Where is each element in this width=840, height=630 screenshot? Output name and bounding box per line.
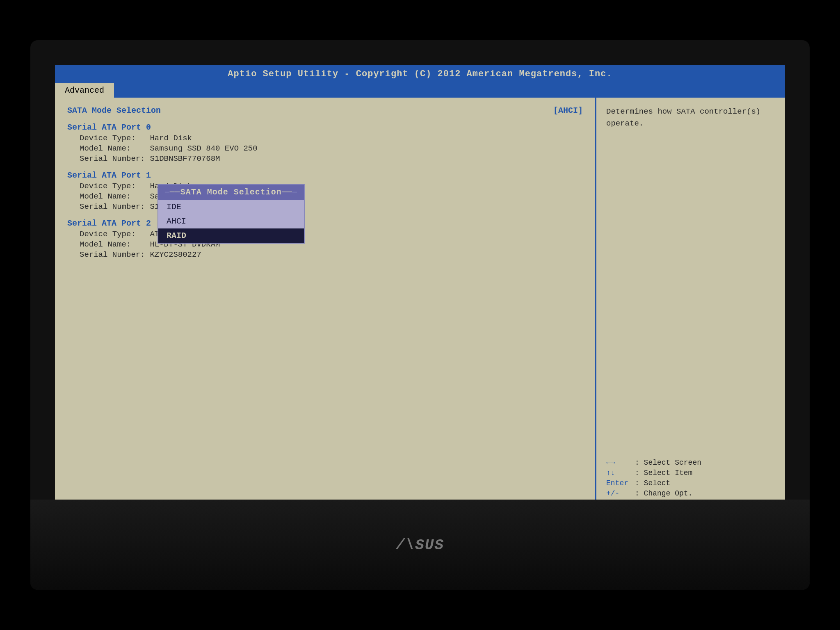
title-bar: Aptio Setup Utility - Copyright (C) 2012… [55, 65, 785, 83]
key-row-select-screen: ←→ : Select Screen [606, 459, 775, 467]
sata-mode-label: SATA Mode Selection [67, 106, 161, 115]
key-select-item-desc: : Select Item [635, 469, 692, 477]
port-0-device-type: Device Type: Hard Disk [80, 134, 583, 143]
key-select-screen-desc: : Select Screen [635, 459, 701, 467]
port-0-serial: Serial Number: S1DBNSBF770768M [80, 154, 583, 163]
content-area: SATA Mode Selection [AHCI] Serial ATA Po… [55, 98, 785, 549]
right-panel: Determines how SATA controller(s) operat… [596, 98, 785, 549]
port-2-title: Serial ATA Port 2 [67, 219, 583, 228]
key-updown: ↑↓ [606, 469, 635, 477]
key-arrows: ←→ [606, 459, 635, 467]
key-plusminus: +/- [606, 489, 635, 498]
popup-title: ── SATA Mode Selection ── [158, 185, 304, 200]
port-1-serial: Serial Number: S1DBNSAF792111Y [80, 202, 583, 211]
port-2-serial: Serial Number: KZYC2S80227 [80, 250, 583, 259]
screen-outer: Aptio Setup Utility - Copyright (C) 2012… [30, 40, 810, 590]
port-0-section: Serial ATA Port 0 Device Type: Hard Disk… [67, 123, 583, 163]
help-text: Determines how SATA controller(s) operat… [606, 106, 775, 129]
sata-mode-row[interactable]: SATA Mode Selection [AHCI] [67, 106, 583, 115]
port-0-model-name: Model Name: Samsung SSD 840 EVO 250 [80, 144, 583, 153]
key-enter-desc: : Select [635, 479, 670, 487]
port-1-device-type: Device Type: Hard Disk [80, 182, 583, 191]
sata-mode-value: [AHCI] [553, 106, 583, 115]
port-2-model-name: Model Name: HL-DT-ST DVDRAM [80, 240, 583, 249]
tab-row: Advanced [55, 83, 785, 98]
tab-advanced[interactable]: Advanced [55, 83, 114, 98]
sata-mode-popup[interactable]: ── SATA Mode Selection ── IDE AHCI RAID [158, 184, 305, 244]
port-2-device-type: Device Type: ATAPI CDROM [80, 230, 583, 239]
key-row-enter: Enter : Select [606, 479, 775, 487]
popup-overlay: ── SATA Mode Selection ── IDE AHCI RAID [55, 98, 595, 549]
key-row-select-item: ↑↓ : Select Item [606, 469, 775, 477]
port-1-title: Serial ATA Port 1 [67, 171, 583, 180]
port-1-model-name: Model Name: Samsung SSD 840 EVO 250 [80, 192, 583, 201]
title-text: Aptio Setup Utility - Copyright (C) 2012… [228, 69, 612, 79]
left-panel: SATA Mode Selection [AHCI] Serial ATA Po… [55, 98, 596, 549]
port-2-section: Serial ATA Port 2 Device Type: ATAPI CDR… [67, 219, 583, 259]
popup-option-ide[interactable]: IDE [158, 200, 304, 214]
port-0-title: Serial ATA Port 0 [67, 123, 583, 132]
key-row-change: +/- : Change Opt. [606, 489, 775, 498]
popup-option-ahci[interactable]: AHCI [158, 214, 304, 228]
popup-option-raid[interactable]: RAID [158, 228, 304, 243]
port-1-section: Serial ATA Port 1 Device Type: Hard Disk… [67, 171, 583, 211]
key-change-desc: : Change Opt. [635, 489, 692, 498]
key-enter: Enter [606, 479, 635, 487]
asus-logo: /\SUS [396, 535, 444, 555]
bios-screen: Aptio Setup Utility - Copyright (C) 2012… [55, 65, 785, 565]
popup-title-text: SATA Mode Selection [180, 187, 282, 197]
laptop-bottom-bezel: /\SUS [30, 500, 810, 590]
